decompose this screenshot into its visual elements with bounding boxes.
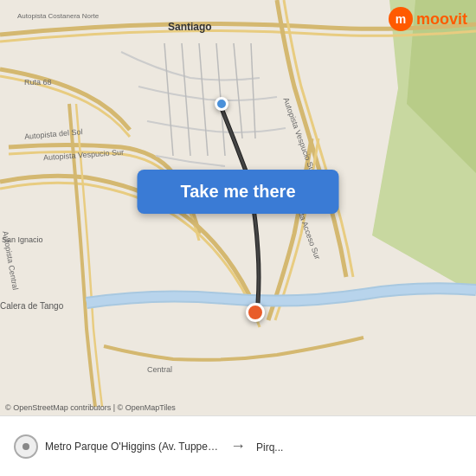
label-santiago: Santiago: [168, 21, 212, 33]
label-calera: Calera de Tango: [0, 301, 63, 311]
origin-text: Metro Parque O'Higgins (Av. Tupper Esq. …: [45, 441, 220, 453]
arrow-icon: →: [230, 437, 246, 455]
bottom-bar: Metro Parque O'Higgins (Av. Tupper Esq. …: [0, 415, 476, 476]
origin-marker: [215, 97, 228, 111]
map-container: Santiago Ruta 68 Autopista Costanera Nor…: [0, 0, 476, 415]
destination-pin-circle: [246, 303, 265, 322]
take-me-there-button[interactable]: Take me there: [137, 170, 338, 214]
label-ruta68: Ruta 68: [24, 78, 52, 87]
origin-dot-small: [23, 443, 29, 450]
destination-marker: [246, 303, 265, 322]
map-attribution: © OpenStreetMap contributors | © OpenMap…: [5, 403, 176, 412]
label-san-ignacio: San Ignacio: [2, 235, 43, 244]
label-costanera: Autopista Costanera Norte: [17, 12, 99, 20]
destination-text: Pirq...: [256, 441, 283, 453]
moovit-icon-letter: m: [396, 12, 406, 26]
moovit-icon: m: [389, 7, 413, 31]
bottom-origin: Metro Parque O'Higgins (Av. Tupper Esq. …: [14, 434, 220, 459]
moovit-logo: m moovit: [389, 7, 467, 31]
moovit-text: moovit: [416, 10, 467, 29]
bottom-destination: Pirq...: [256, 439, 462, 454]
origin-icon: [14, 434, 38, 459]
label-central: Central: [147, 365, 172, 374]
